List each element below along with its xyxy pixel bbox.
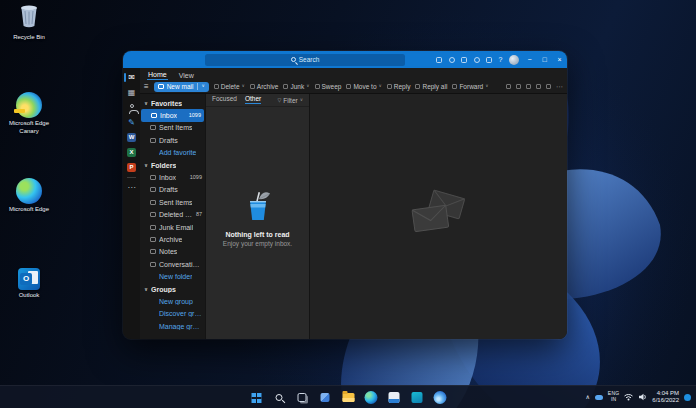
folder-item-conversation-history[interactable]: Conversation His... [140, 258, 205, 270]
cocktail-glass-illustration [245, 191, 271, 221]
delete-button[interactable]: Delete ∨ [214, 83, 245, 90]
help-icon[interactable]: ? [499, 56, 503, 63]
archive-button[interactable]: Archive [250, 83, 279, 90]
filter-button[interactable]: ▽ Filter ∨ [277, 97, 303, 104]
folder-item-archive[interactable]: Archive [140, 233, 205, 245]
settings-gear-icon[interactable] [486, 57, 492, 63]
wifi-icon[interactable] [624, 393, 633, 401]
volume-icon[interactable] [638, 393, 647, 401]
rail-more-apps-button[interactable]: ⋯ [123, 180, 140, 195]
new-group-link[interactable]: New group [140, 295, 205, 307]
edge-taskbar-button[interactable] [363, 389, 380, 406]
rail-divider [127, 177, 136, 178]
window-controls: − □ × [522, 51, 567, 68]
account-avatar[interactable] [509, 55, 519, 65]
favorites-section-header[interactable]: ∨ Favorites [140, 97, 205, 109]
close-button[interactable]: × [552, 51, 567, 68]
desktop-icon-edge-canary[interactable]: Microsoft Edge Canary [6, 92, 52, 135]
taskbar-search-button[interactable] [271, 389, 288, 406]
desktop-icon-recycle-bin[interactable]: Recycle Bin [6, 3, 52, 42]
junk-button[interactable]: Junk ∨ [283, 83, 309, 90]
tab-focused[interactable]: Focused [212, 96, 237, 104]
folder-item-drafts[interactable]: Drafts [140, 184, 205, 196]
rail-mail-button[interactable]: ✉ [123, 70, 140, 85]
add-favorite-link[interactable]: Add favorite [140, 147, 205, 159]
folder-item-notes[interactable]: Notes [140, 246, 205, 258]
chat-icon[interactable] [449, 57, 455, 63]
onedrive-icon[interactable] [595, 395, 603, 400]
empty-state-title: Nothing left to read [206, 231, 309, 238]
sweep-button[interactable]: Sweep [315, 83, 342, 90]
language-indicator[interactable]: ENG IN [608, 391, 619, 403]
junk-folder-icon [150, 225, 156, 230]
reply-button[interactable]: Reply [387, 83, 411, 90]
my-day-icon[interactable] [436, 57, 442, 63]
groups-section-header[interactable]: ∨ Groups [140, 283, 205, 295]
folder-item-deleted[interactable]: Deleted Items 87 [140, 209, 205, 221]
clock-icon[interactable] [474, 57, 480, 63]
rail-excel-button[interactable]: X [123, 145, 140, 160]
folder-item-inbox[interactable]: Inbox 1099 [140, 171, 205, 183]
more-apps-icon: ⋯ [128, 184, 136, 192]
maximize-button[interactable]: □ [537, 51, 552, 68]
envelopes-watermark [410, 186, 474, 242]
windows-logo-icon [251, 393, 261, 403]
chevron-down-icon: ∨ [242, 84, 245, 89]
flag-icon[interactable] [516, 84, 521, 89]
new-mail-dropdown-icon[interactable]: ∨ [201, 84, 204, 89]
folder-item-sent[interactable]: Sent Items [140, 196, 205, 208]
snooze-icon[interactable] [536, 84, 541, 89]
minimize-button[interactable]: − [522, 51, 537, 68]
task-view-button[interactable] [294, 389, 311, 406]
edge-canary-icon [16, 92, 42, 118]
move-to-icon [346, 84, 351, 89]
categorize-icon[interactable] [546, 84, 551, 89]
manage-groups-link[interactable]: Manage groups [140, 320, 205, 332]
start-button[interactable] [248, 389, 265, 406]
rail-calendar-button[interactable]: ▦ [123, 85, 140, 100]
rail-word-button[interactable]: W [123, 130, 140, 145]
people-icon [130, 104, 134, 108]
file-explorer-button[interactable] [340, 389, 357, 406]
mail-taskbar-button[interactable] [386, 389, 403, 406]
search-input[interactable]: Search [205, 54, 405, 66]
sync-icon[interactable] [461, 57, 467, 63]
notification-badge[interactable] [684, 394, 691, 401]
folder-item-junk[interactable]: Junk Email [140, 221, 205, 233]
new-folder-link[interactable]: New folder [140, 270, 205, 282]
edge-canary-icon [434, 391, 447, 404]
folder-item-drafts-favorite[interactable]: Drafts [140, 134, 205, 146]
new-mail-button[interactable]: New mail ∨ [154, 82, 209, 92]
store-taskbar-button[interactable] [409, 389, 426, 406]
taskbar-center-icons [248, 386, 449, 408]
tab-other[interactable]: Other [245, 96, 261, 105]
store-icon [412, 392, 423, 403]
widgets-button[interactable] [317, 389, 334, 406]
folder-item-sent-favorite[interactable]: Sent Items [140, 122, 205, 134]
folders-section-header[interactable]: ∨ Folders [140, 159, 205, 171]
todo-pencil-icon: ✎ [128, 119, 135, 127]
read-unread-icon[interactable] [506, 84, 511, 89]
reply-all-button[interactable]: Reply all [415, 83, 447, 90]
rail-todo-button[interactable]: ✎ [123, 115, 140, 130]
inbox-tabs: Focused Other ▽ Filter ∨ [206, 94, 309, 107]
discover-groups-link[interactable]: Discover groups [140, 308, 205, 320]
tray-date: 6/16/2022 [652, 397, 679, 405]
pin-icon[interactable] [526, 84, 531, 89]
edge-canary-taskbar-button[interactable] [432, 389, 449, 406]
tab-view[interactable]: View [178, 72, 195, 81]
rail-people-button[interactable] [123, 100, 140, 115]
hidden-icons-chevron[interactable]: ∧ [585, 394, 589, 400]
clock[interactable]: 4:04 PM 6/16/2022 [652, 390, 679, 405]
desktop-icon-edge[interactable]: Microsoft Edge [6, 178, 52, 214]
hamburger-icon[interactable]: ≡ [144, 83, 149, 91]
rail-powerpoint-button[interactable]: P [123, 160, 140, 175]
desktop-icon-outlook[interactable]: O Outlook [6, 268, 52, 300]
folder-item-inbox-favorite[interactable]: Inbox 1099 [141, 109, 204, 121]
overflow-icon[interactable]: ⋯ [556, 83, 563, 90]
move-to-button[interactable]: Move to ∨ [346, 83, 381, 90]
forward-button[interactable]: Forward ∨ [452, 83, 488, 90]
tab-home[interactable]: Home [147, 71, 168, 81]
desktop-icon-label: Recycle Bin [6, 34, 52, 42]
notes-icon [150, 249, 156, 254]
